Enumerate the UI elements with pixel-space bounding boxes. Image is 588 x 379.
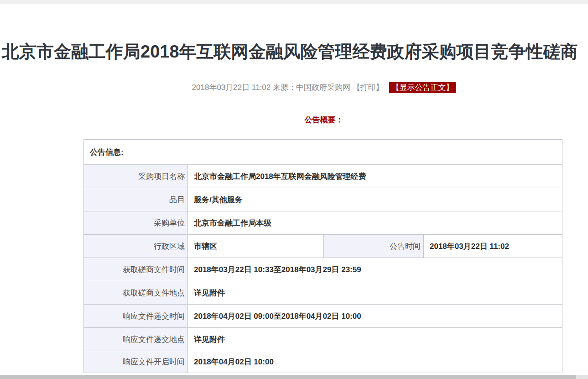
row-label: 响应文件递交地点 [84,328,188,351]
row-label: 品目 [84,188,188,211]
table-row: 采购项目名称北京市金融工作局2018年互联网金融风险管理经费 [84,165,562,188]
table-row: 采购单位北京市金融工作局本级 [84,211,562,235]
top-strip [0,0,588,4]
row-value: 北京市金融工作局本级 [188,211,562,235]
table-row: 响应文件开启时间2018年04月02日 10:00 [84,351,562,373]
horizontal-scrollbar-thumb[interactable] [0,375,576,379]
row-label: 采购项目名称 [84,165,188,188]
table-header-cell: 公告信息: [84,140,562,165]
row-label: 获取磋商文件时间 [84,258,188,281]
summary-heading: 公告概要： [0,115,588,125]
row-label: 获取磋商文件地点 [84,281,188,305]
table-header-row: 公告信息: [84,140,562,165]
row-label: 公告时间 [324,235,424,258]
table-row: 响应文件递交地点详见附件 [84,328,562,351]
table-row: 响应文件递交时间2018年04月02日 09:00至2018年04月02日 10… [84,305,562,328]
page-canvas: 北京市金融工作局2018年互联网金融风险管理经费政府采购项目竞争性磋商 2018… [0,0,588,379]
row-value: 2018年04月02日 09:00至2018年04月02日 10:00 [188,305,562,328]
row-value: 2018年03月22日 10:33至2018年03月29日 23:59 [188,258,562,281]
table-row: 品目服务/其他服务 [84,188,562,211]
row-value: 详见附件 [188,281,562,305]
table-row: 获取磋商文件时间2018年03月22日 10:33至2018年03月29日 23… [84,258,562,281]
horizontal-scrollbar[interactable] [0,375,588,379]
row-value: 服务/其他服务 [188,188,562,211]
row-value: 市辖区 [188,235,324,258]
publish-datetime: 2018年03月22日 11:02 [192,83,271,92]
page-title: 北京市金融工作局2018年互联网金融风险管理经费政府采购项目竞争性磋商 [2,38,578,65]
table-row: 获取磋商文件地点详见附件 [84,281,562,305]
row-label: 响应文件开启时间 [84,351,188,373]
announcement-info-table: 公告信息:采购项目名称北京市金融工作局2018年互联网金融风险管理经费品目服务/… [83,139,562,373]
row-label: 行政区域 [84,235,188,258]
meta-line: 2018年03月22日 11:02 来源：中国政府采购网 【打印】 【显示公告正… [0,82,588,93]
row-label: 响应文件递交时间 [84,305,188,328]
row-value: 2018年04月02日 10:00 [188,351,562,373]
source-label: 来源：中国政府采购网 [273,83,350,92]
row-value: 北京市金融工作局2018年互联网金融风险管理经费 [188,165,562,188]
print-button[interactable]: 【打印】 [353,83,384,92]
row-label: 采购单位 [84,211,188,235]
row-value: 详见附件 [188,328,562,351]
show-notice-button[interactable]: 【显示公告正文】 [389,82,456,93]
table-row: 行政区域市辖区公告时间2018年03月22日 11:02 [84,235,562,258]
row-value: 2018年03月22日 11:02 [424,235,562,258]
